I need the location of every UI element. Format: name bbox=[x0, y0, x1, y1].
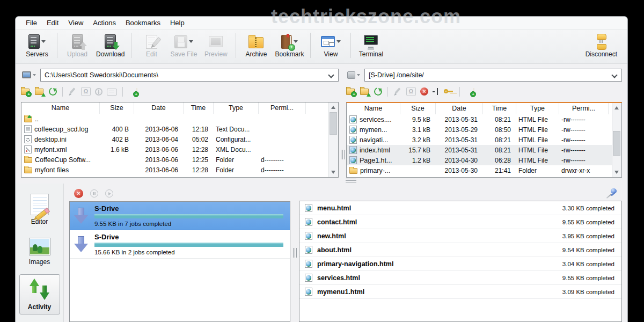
view-button[interactable]: View bbox=[314, 32, 347, 58]
refresh-icon[interactable] bbox=[48, 86, 58, 97]
html-file-icon bbox=[305, 274, 312, 282]
edit-file-icon[interactable] bbox=[68, 87, 77, 96]
scroll-up-icon[interactable] bbox=[614, 106, 619, 109]
remote-path-combobox[interactable]: [S-Drive] /one/site/ bbox=[364, 69, 622, 82]
column-header-date[interactable]: Date bbox=[134, 103, 184, 114]
menu-view[interactable]: View bbox=[63, 19, 88, 27]
table-row[interactable]: CoffeeCup Softw... 2013-06-0612:25Folder… bbox=[21, 155, 329, 165]
list-item[interactable]: new.html3.95 KB completed bbox=[299, 229, 621, 243]
column-header-date[interactable]: Date bbox=[436, 103, 483, 114]
chevron-down-icon[interactable] bbox=[611, 72, 617, 78]
local-pane: C:\Users\Scott Swedorski\Documents\ Name bbox=[21, 68, 339, 178]
stop-transfer-icon[interactable] bbox=[74, 189, 83, 198]
queue-job[interactable]: S-Drive 15.66 KB in 2 jobs completed bbox=[70, 230, 290, 259]
preview-button[interactable]: Preview bbox=[200, 32, 232, 58]
vertical-scrollbar[interactable] bbox=[612, 103, 621, 177]
bookmark-button[interactable]: Bookmark bbox=[272, 32, 306, 58]
sidebar-item-activity[interactable]: Activity bbox=[19, 274, 60, 314]
delete-icon[interactable] bbox=[420, 87, 428, 96]
omega-icon[interactable] bbox=[406, 87, 416, 96]
table-row-selected[interactable]: index.html 15.7 kB2013-05-3108:21HTML Fi… bbox=[347, 145, 612, 155]
save-file-button[interactable]: Save File bbox=[167, 32, 200, 58]
edit-file-icon[interactable] bbox=[393, 87, 402, 96]
scroll-down-icon[interactable] bbox=[614, 171, 619, 174]
column-header-type[interactable]: Type bbox=[516, 103, 559, 114]
table-row[interactable]: coffeecup_scd.log 400 B2013-06-0612:18Te… bbox=[21, 124, 329, 134]
activity-splitter[interactable] bbox=[291, 184, 298, 322]
pane-splitter[interactable] bbox=[339, 68, 346, 178]
menu-bookmarks[interactable]: Bookmarks bbox=[121, 19, 165, 27]
column-header-name[interactable]: Name bbox=[21, 103, 100, 114]
column-header-time[interactable]: Time bbox=[483, 103, 516, 114]
menu-edit[interactable]: Edit bbox=[42, 19, 63, 27]
table-row[interactable]: primary-... 2013-05-3021:41Folderdrwxr-x… bbox=[347, 165, 612, 175]
table-row[interactable]: mymen... 3.1 kB2013-05-2908:50HTML File-… bbox=[347, 125, 612, 135]
local-path-combobox[interactable]: C:\Users\Scott Swedorski\Documents\ bbox=[40, 69, 339, 82]
new-folder-icon[interactable] bbox=[21, 87, 31, 96]
column-header-perm[interactable]: Permi... bbox=[559, 103, 609, 114]
table-row-selected[interactable]: Page1.ht... 1.2 kB2013-04-3006:28HTML Fi… bbox=[347, 155, 612, 165]
table-row[interactable]: .. bbox=[21, 114, 329, 124]
queue-job-selected[interactable]: S-Drive 9.55 KB in 7 jobs completed bbox=[70, 202, 290, 230]
pin-icon[interactable] bbox=[607, 188, 618, 199]
add-bookmark-icon[interactable] bbox=[465, 87, 475, 96]
new-folder-icon[interactable] bbox=[346, 87, 356, 96]
parent-folder-icon[interactable] bbox=[35, 87, 45, 96]
column-header-name[interactable]: Name bbox=[347, 103, 400, 114]
list-item[interactable]: contact.html9.55 KB completed bbox=[299, 215, 621, 229]
rename-icon[interactable] bbox=[107, 89, 117, 96]
scrollbar-thumb[interactable] bbox=[613, 131, 620, 156]
list-item[interactable]: services.html9.55 KB completed bbox=[299, 271, 621, 285]
pause-transfer-icon[interactable] bbox=[90, 189, 98, 197]
disconnect-button[interactable]: Disconnect bbox=[583, 32, 620, 58]
table-row[interactable]: services.... 9.5 kB2013-05-3108:21HTML F… bbox=[347, 114, 612, 125]
column-header-size[interactable]: Size bbox=[100, 103, 134, 114]
table-row[interactable]: navigati... 3.2 kB2013-05-3108:21HTML Fi… bbox=[347, 135, 612, 145]
table-row[interactable]: desktop.ini 402 B2013-06-0405:02Configur… bbox=[21, 134, 329, 144]
scroll-up-icon[interactable] bbox=[331, 106, 335, 109]
chevron-down-icon[interactable] bbox=[336, 40, 341, 43]
column-header-time[interactable]: Time bbox=[184, 103, 214, 114]
vertical-scrollbar[interactable] bbox=[328, 103, 338, 177]
add-bookmark-icon[interactable] bbox=[128, 87, 138, 96]
table-row[interactable]: myfont.xml 1.6 kB2013-06-0612:28XML Docu… bbox=[21, 144, 329, 155]
queue-job-status: 15.66 KB in 2 jobs completed bbox=[94, 249, 283, 255]
column-header-type[interactable]: Type bbox=[214, 103, 259, 114]
chevron-down-icon[interactable] bbox=[41, 40, 46, 43]
edit-button[interactable]: Edit bbox=[135, 32, 167, 58]
menu-actions[interactable]: Actions bbox=[88, 19, 121, 27]
terminal-button[interactable]: Terminal bbox=[355, 32, 387, 58]
chevron-down-icon[interactable] bbox=[294, 40, 298, 43]
rename-cursor-icon[interactable] bbox=[433, 87, 440, 96]
chevron-down-icon[interactable] bbox=[189, 40, 193, 43]
local-drive-button[interactable] bbox=[21, 71, 37, 78]
menu-file[interactable]: File bbox=[21, 19, 42, 27]
refresh-icon[interactable] bbox=[373, 86, 384, 97]
column-header-size[interactable]: Size bbox=[400, 103, 436, 114]
archive-button[interactable]: Archive bbox=[240, 32, 272, 58]
sidebar-item-editor[interactable]: Editor bbox=[19, 190, 60, 229]
horizontal-splitter[interactable] bbox=[16, 178, 627, 184]
chevron-down-icon[interactable] bbox=[328, 72, 334, 78]
scrollbar-thumb[interactable] bbox=[330, 112, 337, 135]
list-item[interactable]: menu.html3.30 KB completed bbox=[299, 201, 621, 215]
list-item[interactable]: primary-navigation.html3.04 KB completed bbox=[299, 257, 621, 271]
resume-transfer-icon[interactable] bbox=[105, 189, 113, 197]
scroll-down-icon[interactable] bbox=[331, 171, 335, 174]
globe-icon[interactable] bbox=[95, 88, 103, 96]
list-item[interactable]: mymenu1.html3.09 KB completed bbox=[299, 285, 621, 299]
omega-icon[interactable] bbox=[81, 87, 91, 96]
table-row[interactable]: myfont files 2013-06-0612:28Folderd-----… bbox=[21, 165, 329, 175]
remote-drive-button[interactable] bbox=[346, 71, 361, 79]
permissions-key-icon[interactable] bbox=[444, 87, 454, 96]
column-header-perm[interactable]: Permi... bbox=[259, 103, 306, 114]
sidebar-item-images[interactable]: Images bbox=[19, 234, 60, 269]
download-button[interactable]: Download bbox=[93, 32, 127, 58]
servers-button[interactable]: Servers bbox=[21, 32, 53, 58]
upload-button[interactable]: Upload bbox=[61, 32, 93, 58]
list-item[interactable]: about.html9.54 KB completed bbox=[299, 243, 621, 257]
preview-label: Preview bbox=[204, 50, 228, 58]
parent-folder-icon[interactable] bbox=[360, 87, 370, 96]
menu-help[interactable]: Help bbox=[165, 19, 189, 27]
sidebar: Editor Images Activity bbox=[16, 184, 64, 322]
